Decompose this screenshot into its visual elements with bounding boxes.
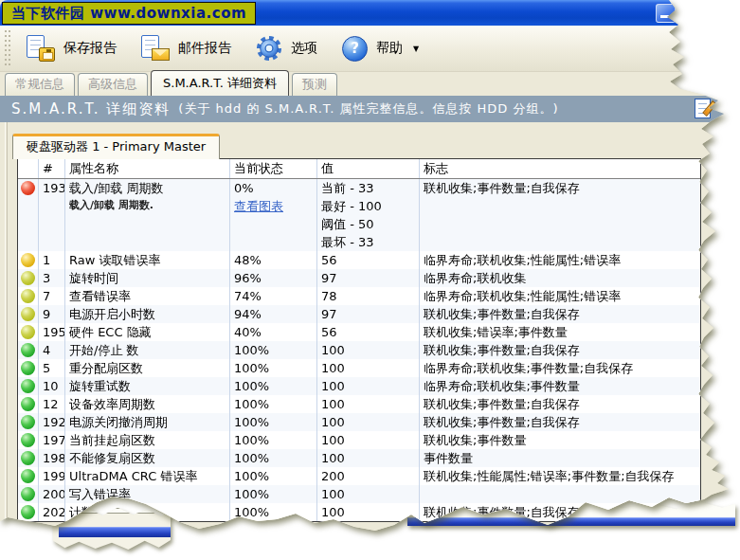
status-led-icon <box>21 487 35 501</box>
attribute-id: 202 <box>39 503 65 521</box>
toolbar: 保存报告 邮件报告 <box>0 26 734 72</box>
flags-cell: 临界寿命;联机收集;性能属性;错误率 <box>420 287 700 305</box>
tab-prediction[interactable]: 预测 <box>292 73 337 96</box>
table-row[interactable]: 1 Raw 读取错误率 48% 56 临界寿命;联机 <box>18 251 700 269</box>
toolbar-grip-icon[interactable] <box>4 30 11 66</box>
attribute-name: 电源开启小时数 <box>69 307 155 321</box>
table-row[interactable]: 10 旋转重试数 100% 100 临界寿命;联机收 <box>18 377 700 395</box>
status-led-icon <box>21 397 35 411</box>
header-id: # <box>39 159 65 178</box>
status-led-icon <box>21 379 35 393</box>
attribute-name: 硬件 ECC 隐藏 <box>69 325 152 339</box>
attribute-name: 写入错误率 <box>69 487 131 501</box>
value-cell: 56 <box>317 323 420 341</box>
table-row[interactable]: 200 写入错误率 100% 100 <box>18 485 700 503</box>
table-row[interactable]: 9 电源开启小时数 94% 97 联机收集;事件数量 <box>18 305 700 323</box>
attribute-name-cell: 查看错误率 <box>65 287 230 305</box>
table-header-row: # 属性名称 当前状态 值 标志 <box>18 159 700 179</box>
table-row[interactable]: 199 UltraDMA CRC 错误率 100% 200 <box>18 467 700 485</box>
section-subtitle: (关于 hdd 的 S.M.A.R.T. 属性完整信息。信息按 HDD 分组。) <box>178 100 558 117</box>
table-row[interactable]: 7 查看错误率 74% 78 临界寿命;联机收集;性 <box>18 287 700 305</box>
table-row[interactable]: 202 计数 100% 100 联机收集;事件数量; <box>18 503 700 521</box>
value-cell: 当前 - 33 最好 - 100 阈值 - 50 最坏 - 33 <box>317 179 420 251</box>
led-cell <box>18 269 39 287</box>
flags-cell: 联机收集;事件数量;自我保存 <box>420 395 700 413</box>
question-glyph: ? <box>351 40 359 57</box>
attribute-id: 193 <box>39 179 65 251</box>
state-percent: 96% <box>234 269 313 287</box>
attribute-name: 电源关闭撤消周期 <box>69 415 168 429</box>
table-row[interactable]: 4 开始/停止 数 100% 100 联机收集;事件 <box>18 341 700 359</box>
attribute-name-cell: 设备效率周期数 <box>65 395 230 413</box>
options-button[interactable]: 选项 <box>248 31 329 65</box>
led-cell <box>18 395 39 413</box>
status-led-icon <box>21 415 35 429</box>
status-led-icon <box>21 289 35 303</box>
table-row[interactable]: 198 不能修复扇区数 100% 100 事件数量 <box>18 449 700 467</box>
attribute-id: 192 <box>39 413 65 431</box>
led-cell <box>18 287 39 305</box>
table-row[interactable]: 3 旋转时间 96% 97 临界寿命;联机收集 <box>18 269 700 287</box>
status-led-icon <box>21 361 35 375</box>
drive-tab[interactable]: 硬盘驱动器 1 - Primary Master <box>12 134 220 159</box>
value-cell: 100 <box>317 485 420 503</box>
view-graph-link[interactable]: 查看图表 <box>234 197 313 215</box>
attribute-name-cell: 计数 <box>65 503 230 521</box>
attribute-id: 198 <box>39 449 65 467</box>
floppy-icon <box>39 47 55 62</box>
attribute-name-cell: 旋转时间 <box>65 269 230 287</box>
current-state-cell: 100% <box>230 485 317 503</box>
state-percent: 100% <box>234 503 313 521</box>
app-window: 当下软件园 www.downxia.com 保存报告 <box>0 0 734 536</box>
current-state-cell: 74% <box>230 287 317 305</box>
flags-cell: 联机收集;事件数量;自我保存 <box>420 305 700 323</box>
state-percent: 100% <box>234 395 313 413</box>
tab-general-info[interactable]: 常规信息 <box>5 73 75 96</box>
led-cell <box>18 359 39 377</box>
minimize-button[interactable] <box>656 4 676 23</box>
attribute-name: 旋转时间 <box>69 271 118 285</box>
save-report-button[interactable]: 保存报告 <box>19 31 128 65</box>
table-body: 193 载入/卸载 周期数 载入/卸载 周期数. 0% 查看图表 当前 - 33… <box>18 179 700 521</box>
state-percent: 100% <box>234 413 313 431</box>
attribute-id: 195 <box>39 323 65 341</box>
table-row[interactable]: 192 电源关闭撤消周期 100% 100 联机收集 <box>18 413 700 431</box>
current-state-cell: 100% <box>230 431 317 449</box>
attribute-name-cell: 电源开启小时数 <box>65 305 230 323</box>
current-state-cell: 100% <box>230 503 317 521</box>
help-button[interactable]: ? 帮助 ▼ <box>334 32 430 65</box>
status-led-icon <box>21 325 35 339</box>
help-label: 帮助 <box>376 40 403 57</box>
current-state-cell: 100% <box>230 395 317 413</box>
status-led-icon <box>21 253 35 267</box>
led-cell <box>18 485 39 503</box>
flags-cell: 联机收集;事件数量;自我保存 <box>420 179 700 251</box>
save-report-icon <box>27 35 55 62</box>
flags-cell: 临界寿命;联机收集;事件数量 <box>420 377 700 395</box>
table-row[interactable]: 195 硬件 ECC 隐藏 40% 56 联机收集; <box>18 323 700 341</box>
current-state-cell: 100% <box>230 467 317 485</box>
table-row[interactable]: 5 重分配扇区数 100% 100 临界寿命;联机收 <box>18 359 700 377</box>
watermark-badge: 当下软件园 www.downxia.com <box>2 2 256 25</box>
led-cell <box>18 449 39 467</box>
table-row[interactable]: 193 载入/卸载 周期数 载入/卸载 周期数. 0% 查看图表 当前 - 33… <box>18 179 700 251</box>
options-label: 选项 <box>291 40 317 57</box>
flags-cell <box>420 485 700 503</box>
attribute-name-cell: 写入错误率 <box>65 485 230 503</box>
current-state-cell: 100% <box>230 413 317 431</box>
mail-report-button[interactable]: 邮件报告 <box>134 31 243 65</box>
value-cell: 97 <box>317 305 420 323</box>
tab-smart-details[interactable]: S.M.A.R.T. 详细资料 <box>151 70 289 96</box>
flags-cell: 联机收集;事件数量;自我保存 <box>420 341 700 359</box>
attribute-name-cell: Raw 读取错误率 <box>65 251 230 269</box>
state-percent: 100% <box>234 485 313 503</box>
table-row[interactable]: 12 设备效率周期数 100% 100 联机收集;事 <box>18 395 700 413</box>
tab-advanced-info[interactable]: 高级信息 <box>78 73 148 96</box>
attribute-name: 设备效率周期数 <box>69 397 155 411</box>
attribute-name-cell: UltraDMA CRC 错误率 <box>65 467 230 485</box>
status-led-icon <box>21 469 35 483</box>
table-row[interactable]: 197 当前挂起扇区数 100% 100 联机收集; <box>18 431 700 449</box>
state-percent: 94% <box>234 305 313 323</box>
value-cell: 200 <box>317 467 420 485</box>
screenshot-stage: 当下软件园 www.downxia.com 保存报告 <box>0 0 740 560</box>
